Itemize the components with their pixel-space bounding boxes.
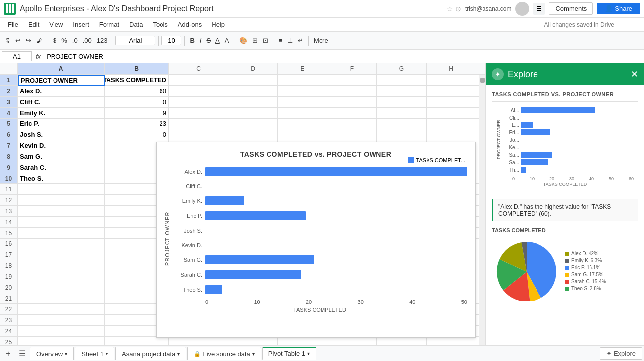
notifications-icon[interactable]: ☰ xyxy=(533,3,545,15)
col-header-b[interactable]: B xyxy=(105,63,169,74)
cell-reference[interactable]: A1 xyxy=(2,51,32,61)
cell-G1[interactable] xyxy=(377,75,427,86)
cell-a25[interactable] xyxy=(18,337,105,345)
row-number[interactable]: 14 xyxy=(0,217,18,228)
wrap-button[interactable]: ↵ xyxy=(296,36,305,45)
cell-C3[interactable] xyxy=(169,97,228,108)
cell-a22[interactable] xyxy=(18,304,105,315)
scroll-thumb[interactable] xyxy=(480,78,485,83)
currency-button[interactable]: $ xyxy=(51,36,58,45)
row-number[interactable]: 21 xyxy=(0,293,18,304)
borders-button[interactable]: ⊞ xyxy=(250,36,260,45)
row-number[interactable]: 10 xyxy=(0,173,18,184)
cell-a10[interactable]: Theo S. xyxy=(18,173,105,184)
cell-F25[interactable] xyxy=(327,337,377,345)
menu-addons[interactable]: Add-ons xyxy=(174,20,206,29)
row-number[interactable]: 25 xyxy=(0,337,18,345)
cell-C25[interactable] xyxy=(169,337,228,345)
row-number[interactable]: 16 xyxy=(0,239,18,249)
col-header-f[interactable]: F xyxy=(327,63,377,74)
sheet-tab-pivot-table-1[interactable]: Pivot Table 1 ▾ xyxy=(262,347,316,360)
cell-D6[interactable] xyxy=(228,129,278,140)
cell-a4[interactable]: Emily K. xyxy=(18,108,105,119)
cell-a20[interactable] xyxy=(18,282,105,293)
menu-view[interactable]: View xyxy=(45,20,67,29)
cell-a6[interactable]: Josh S. xyxy=(18,129,105,140)
row-number[interactable]: 1 xyxy=(0,75,18,86)
row-number[interactable]: 6 xyxy=(0,129,18,140)
cell-E4[interactable] xyxy=(278,108,327,119)
sheet-tab-live-source-data[interactable]: 🔒Live source data ▾ xyxy=(187,347,261,360)
cell-G5[interactable] xyxy=(377,119,427,129)
cell-b1[interactable]: TASKS COMPLETED xyxy=(105,75,169,86)
add-sheet-button[interactable]: + xyxy=(2,347,15,360)
cell-a24[interactable] xyxy=(18,326,105,337)
cell-b5[interactable]: 23 xyxy=(105,119,169,129)
cell-H1[interactable] xyxy=(427,75,476,86)
row-number[interactable]: 20 xyxy=(0,282,18,293)
col-header-h[interactable]: H xyxy=(427,63,476,74)
cell-b6[interactable]: 0 xyxy=(105,129,169,140)
cell-E1[interactable] xyxy=(278,75,327,86)
row-number[interactable]: 23 xyxy=(0,315,18,326)
col-header-a[interactable]: A xyxy=(18,63,105,74)
cell-C1[interactable] xyxy=(169,75,228,86)
menu-format[interactable]: Format xyxy=(95,20,123,29)
row-number[interactable]: 2 xyxy=(0,86,18,97)
bold-button[interactable]: B xyxy=(188,36,196,45)
explore-bottom-button[interactable]: ✦ Explore xyxy=(600,347,642,360)
cell-D5[interactable] xyxy=(228,119,278,129)
cell-G25[interactable] xyxy=(377,337,427,345)
row-number[interactable]: 5 xyxy=(0,119,18,129)
sheet-tab-sheet-1[interactable]: Sheet 1 ▾ xyxy=(75,347,114,360)
cell-a18[interactable] xyxy=(18,260,105,271)
explore-close-button[interactable]: ✕ xyxy=(631,69,638,80)
cell-H3[interactable] xyxy=(427,97,476,108)
cell-C5[interactable] xyxy=(169,119,228,129)
cell-F6[interactable] xyxy=(327,129,377,140)
cell-b2[interactable]: 60 xyxy=(105,86,169,97)
cell-D4[interactable] xyxy=(228,108,278,119)
row-number[interactable]: 13 xyxy=(0,206,18,217)
cell-E2[interactable] xyxy=(278,86,327,97)
tab-dropdown-arrow[interactable]: ▾ xyxy=(177,351,180,357)
cell-H5[interactable] xyxy=(427,119,476,129)
tab-dropdown-arrow[interactable]: ▾ xyxy=(252,351,255,357)
cell-F3[interactable] xyxy=(327,97,377,108)
menu-file[interactable]: File xyxy=(4,20,22,29)
merge-button[interactable]: ⊡ xyxy=(261,36,270,45)
menu-edit[interactable]: Edit xyxy=(24,20,43,29)
row-number[interactable]: 7 xyxy=(0,140,18,151)
col-header-e[interactable]: E xyxy=(278,63,327,74)
cell-G2[interactable] xyxy=(377,86,427,97)
row-number[interactable]: 15 xyxy=(0,228,18,239)
cell-a23[interactable] xyxy=(18,315,105,326)
font-selector[interactable]: Arial xyxy=(115,36,155,45)
sheet-menu-button[interactable]: ☰ xyxy=(16,347,29,360)
cell-E5[interactable] xyxy=(278,119,327,129)
cell-E25[interactable] xyxy=(278,337,327,345)
row-number[interactable]: 18 xyxy=(0,260,18,271)
underline-button[interactable]: A xyxy=(214,36,222,45)
menu-tools[interactable]: Tools xyxy=(149,20,171,29)
cell-a7[interactable]: Kevin D. xyxy=(18,140,105,151)
col-header-d[interactable]: D xyxy=(228,63,278,74)
row-number[interactable]: 4 xyxy=(0,108,18,119)
cell-a16[interactable] xyxy=(18,239,105,249)
cell-E6[interactable] xyxy=(278,129,327,140)
cell-a19[interactable] xyxy=(18,271,105,282)
row-number[interactable]: 19 xyxy=(0,271,18,282)
cell-C4[interactable] xyxy=(169,108,228,119)
vertical-scrollbar[interactable] xyxy=(479,75,485,345)
cell-a9[interactable]: Sarah C. xyxy=(18,162,105,173)
fill-color-button[interactable]: 🎨 xyxy=(237,36,249,45)
cell-a17[interactable] xyxy=(18,249,105,260)
row-number[interactable]: 11 xyxy=(0,184,18,195)
cell-H4[interactable] xyxy=(427,108,476,119)
cell-E3[interactable] xyxy=(278,97,327,108)
cell-a14[interactable] xyxy=(18,217,105,228)
cell-a21[interactable] xyxy=(18,293,105,304)
cell-G3[interactable] xyxy=(377,97,427,108)
cell-a15[interactable] xyxy=(18,228,105,239)
sheet-tab-overview[interactable]: Overview ▾ xyxy=(30,347,74,360)
